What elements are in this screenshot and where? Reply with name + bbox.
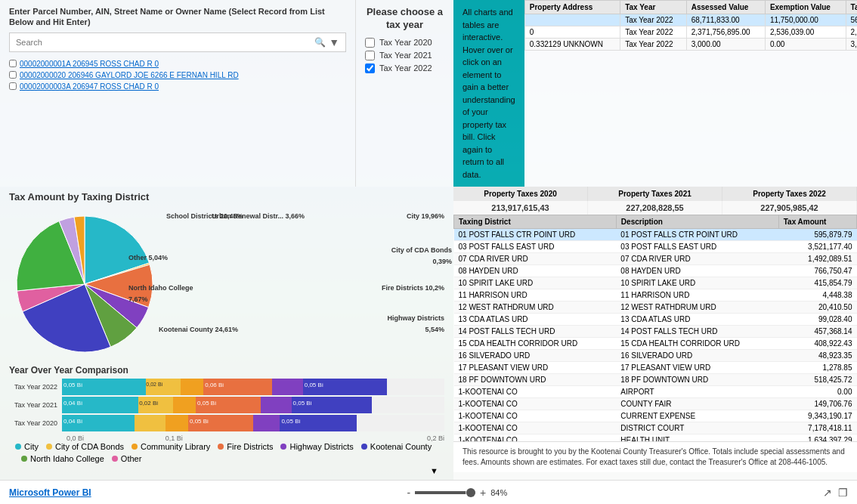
tax-detail-row[interactable]: 1-KOOTENAI CO COUNTY FAIR 149,706.76 [454,398,857,410]
legend-item-highway[interactable]: Highway Districts [280,442,353,451]
col-exemption-value: Exemption Value [765,1,846,14]
bar-container-2022: 0,05 Bi 0,02 Bi 0,06 Bi 0,05 Bi [62,379,444,395]
tax-totals-amounts-row: 213,917,615,43 227,208,828,55 227,905,98… [453,201,857,215]
property-row-3[interactable]: 0.332129 UNKNOWN Tax Year 2022 3,000.00 … [524,39,857,51]
tax-detail-row[interactable]: 14 POST FALLS TECH URD 14 POST FALLS TEC… [454,326,857,338]
powerbi-link[interactable]: Microsoft Power BI [9,487,91,498]
tax-detail-row[interactable]: 13 CDA ATLAS URD 13 CDA ATLAS URD 99,028… [454,314,857,326]
td-district: 1-KOOTENAI CO [454,410,617,422]
tax-detail-row[interactable]: 10 SPIRIT LAKE URD 10 SPIRIT LAKE URD 41… [454,277,857,289]
record-link-2[interactable]: 00002000020 206946 GAYLORD JOE 6266 E FE… [20,71,239,79]
bar-row-2022[interactable]: Tax Year 2022 0,05 Bi 0,02 Bi 0,06 Bi 0,… [9,379,444,395]
td-description: DISTRICT COURT [616,422,778,434]
td-amount: 149,706.76 [778,398,856,410]
bar-seg-hwy-2021[interactable] [261,397,291,413]
legend-label-highway: Highway Districts [289,442,353,451]
bar-seg-cda-2021[interactable]: 0,02 Bi [138,397,173,413]
tax-detail-wrapper[interactable]: Taxing District Description Tax Amount 0… [453,215,857,441]
tax-detail-row[interactable]: 18 PF DOWNTOWN URD 18 PF DOWNTOWN URD 51… [454,374,857,386]
record-checkbox-3[interactable] [9,82,17,90]
legend-item-cda[interactable]: City of CDA Bonds [46,442,124,451]
td-description: 18 PF DOWNTOWN URD [616,374,778,386]
legend-item-fire[interactable]: Fire Districts [218,442,273,451]
tax-detail-row[interactable]: 11 HARRISON URD 11 HARRISON URD 4,448.38 [454,289,857,301]
bar-row-2021[interactable]: Tax Year 2021 0,04 Bi 0,02 Bi 0,05 Bi 0,… [9,397,444,413]
bar-seg-hwy-2020[interactable] [253,415,280,431]
bar-container-2021: 0,04 Bi 0,02 Bi 0,05 Bi 0,05 Bi [62,397,444,413]
legend-item-library[interactable]: Community Library [131,442,210,451]
share-icon-button[interactable]: ↗ [823,487,832,499]
fullscreen-icon-button[interactable]: ❐ [838,487,848,499]
bar-seg-county-2020[interactable]: 0,05 Bi [280,415,356,431]
tax-year-checkbox-2020[interactable] [365,38,375,48]
record-link-1[interactable]: 00002000001A 206945 ROSS CHAD R 0 [20,60,159,68]
cell-year-3: Tax Year 2022 [620,39,687,51]
tax-detail-row[interactable]: 07 CDA RIVER URD 07 CDA RIVER URD 1,492,… [454,253,857,265]
tax-detail-row[interactable]: 15 CDA HEALTH CORRIDOR URD 15 CDA HEALTH… [454,338,857,350]
zoom-slider-thumb[interactable] [466,488,475,497]
zoom-plus-button[interactable]: + [480,487,486,499]
record-checkbox-1[interactable] [9,60,17,67]
bar-seg-city-2021[interactable]: 0,04 Bi [62,397,138,413]
tax-detail-row[interactable]: 08 HAYDEN URD 08 HAYDEN URD 766,750.47 [454,265,857,277]
property-row-1[interactable]: Tax Year 2022 68,711,833.00 11,750,000.0… [524,14,857,26]
tax-year-option-2022: Tax Year 2022 [365,63,444,73]
tax-detail-row[interactable]: 1-KOOTENAI CO HEALTH UNIT 1,634,397.29 [454,434,857,442]
bar-row-2020[interactable]: Tax Year 2020 0,04 Bi 0,05 Bi 0,05 Bi [9,415,444,431]
bar-seg-city-2020[interactable]: 0,04 Bi [62,415,135,431]
bar-seg-cda-2020[interactable] [135,415,165,431]
bar-chart-rows: Tax Year 2022 0,05 Bi 0,02 Bi 0,06 Bi 0,… [9,379,444,433]
scroll-chevron[interactable]: ▼ [9,465,444,477]
legend-item-city[interactable]: City [15,442,39,451]
filter-icon-button[interactable]: ▼ [329,36,339,48]
tax-detail-row[interactable]: 1-KOOTENAI CO CURRENT EXPENSE 9,343,190.… [454,410,857,422]
bar-seg-city-2022[interactable]: 0,05 Bi [62,379,146,395]
zoom-slider[interactable] [415,491,475,494]
td-description: 12 WEST RATHDRUM URD [616,301,778,314]
search-input[interactable] [16,38,314,47]
td-description: AIRPORT [616,386,778,398]
bar-label-2021: Tax Year 2021 [9,401,62,409]
bar-seg-cda-2022[interactable]: 0,02 Bi [146,379,181,395]
right-tax-panel: Property Taxes 2020 Property Taxes 2021 … [453,187,857,480]
pie-label-college: North Idaho College [128,284,193,292]
bar-seg-fire-2021[interactable]: 0,05 Bi [196,397,261,413]
pie-label-fire: Fire Districts 10,2% [382,284,444,292]
bar-seg-lib-2022[interactable] [181,379,203,395]
legend-item-kootenai[interactable]: Kootenai County [361,442,432,451]
tax-detail-row[interactable]: 03 POST FALLS EAST URD 03 POST FALLS EAS… [454,241,857,253]
tax-year-checkbox-2021[interactable] [365,51,375,60]
footer-text: This resource is brought to you by the K… [463,447,845,466]
tax-detail-row[interactable]: 1-KOOTENAI CO DISTRICT COURT 7,178,418.1… [454,422,857,434]
tax-detail-row[interactable]: 1-KOOTENAI CO AIRPORT 0.00 [454,386,857,398]
td-description: 14 POST FALLS TECH URD [616,326,778,338]
legend-item-other[interactable]: Other [112,454,142,463]
zoom-minus-button[interactable]: - [407,487,410,499]
bar-seg-hwy-2022[interactable] [272,379,302,395]
td-amount: 518,425.72 [778,374,856,386]
bar-seg-county-2021[interactable]: 0,05 Bi [292,397,372,413]
bar-seg-lib-2021[interactable] [173,397,196,413]
legend-label-other: Other [121,454,142,463]
legend-item-nic[interactable]: North Idaho College [21,454,104,463]
td-district: 15 CDA HEALTH CORRIDOR URD [454,338,617,350]
record-link-3[interactable]: 00002000003A 206947 ROSS CHAD R 0 [20,82,159,91]
search-icon-button[interactable]: 🔍 [314,37,326,48]
th-description: Description [616,215,778,229]
legend-dot-library [131,444,138,450]
property-row-2[interactable]: 0 Tax Year 2022 2,371,756,895.00 2,536,0… [524,26,857,39]
bar-seg-county-2022[interactable]: 0,05 Bi [303,379,387,395]
bar-seg-fire-2022[interactable]: 0,06 Bi [203,379,272,395]
legend-dot-cda [46,444,52,450]
tax-year-label-2020: Tax Year 2020 [379,38,432,47]
bar-seg-fire-2020[interactable]: 0,05 Bi [188,415,253,431]
tax-detail-row[interactable]: 01 POST FALLS CTR POINT URD 01 POST FALL… [454,229,857,241]
record-checkbox-2[interactable] [9,71,17,79]
tax-detail-row[interactable]: 16 SILVERADO URD 16 SILVERADO URD 48,923… [454,350,857,362]
pie-chart-container[interactable]: Urban Renewal Distr... 3,66% School Dist… [0,206,453,362]
bar-seg-lib-2020[interactable] [166,415,188,431]
totals-amount-2020: 213,917,615,43 [453,201,588,215]
tax-year-checkbox-2022[interactable] [365,63,375,73]
tax-detail-row[interactable]: 17 PLEASANT VIEW URD 17 PLEASANT VIEW UR… [454,362,857,374]
tax-detail-row[interactable]: 12 WEST RATHDRUM URD 12 WEST RATHDRUM UR… [454,301,857,314]
